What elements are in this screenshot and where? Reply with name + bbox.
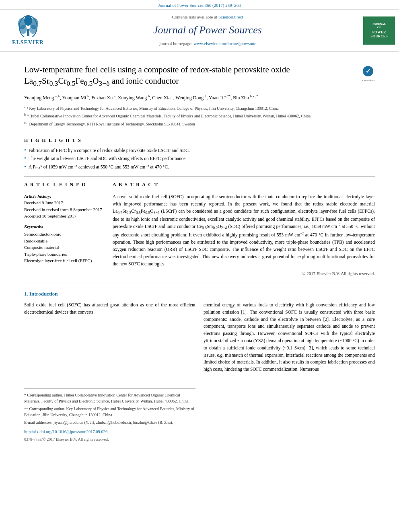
svg-point-6 [29, 25, 37, 34]
power-sources-logo: JOURNAL OF POWER SOURCES [363, 16, 395, 45]
highlight-item-3: • A Pₘₐˣ of 1059 mW cm⁻² achieved at 550… [24, 164, 375, 170]
keyword-2: Redox-stable [24, 238, 105, 244]
journal-title: Journal of Power Sources [153, 23, 262, 37]
elsevier-logo: ELSEVIER [12, 15, 44, 47]
affil-a: a ᵃ Key Laboratory of Physics and Techno… [24, 105, 375, 111]
highlight-bullet-3: • [24, 164, 26, 170]
keywords-label: Keywords: [24, 224, 105, 230]
svg-point-5 [20, 25, 27, 34]
intro-right-text: chemical energy of various fuels to elec… [204, 302, 375, 373]
affil-b: b ᵇ Hubei Collaborative Innovation Cente… [24, 113, 375, 119]
article-history-group: Article history: Received 8 June 2017 Re… [24, 193, 105, 220]
authors-line: Yuanjing Meng a, b, Youquan Mi b, Fuzhan… [24, 94, 375, 102]
copyright-line: © 2017 Elsevier B.V. All rights reserved… [113, 271, 375, 277]
affil-c: c ᶜ Department of Energy Technology, KTH… [24, 121, 375, 127]
abstract-text: A novel solid oxide fuel cell (SOFC) inc… [113, 193, 375, 267]
footnotes: * Corresponding author. Hubei Collaborat… [24, 388, 195, 443]
sciencedirect-line: Contents lists available at ScienceDirec… [172, 14, 243, 20]
abstract-title: A B S T R A C T [113, 181, 375, 190]
doi-link[interactable]: http://dx.doi.org/10.1016/j.jpowsour.201… [24, 429, 195, 435]
accepted-date: Accepted 10 September 2017 [24, 213, 105, 220]
highlights-title: H I G H L I G H T S [24, 137, 375, 144]
body-two-col: Solid oxide fuel cell (SOFC) has attract… [24, 302, 375, 442]
article-title: Low-temperature fuel cells using a compo… [24, 64, 375, 88]
received-revised: Received in revised form 8 September 201… [24, 206, 105, 213]
svg-rect-0 [27, 29, 29, 36]
article-info-col: A R T I C L E I N F O Article history: R… [24, 181, 105, 277]
keyword-1: Semiconductor-ionic [24, 231, 105, 238]
footnote-star2: ** Corresponding author. Key Laboratory … [24, 406, 195, 418]
footer-copyright: 0378-7753/© 2017 Elsevier B.V. All right… [24, 436, 195, 442]
power-sources-logo-area: JOURNAL OF POWER SOURCES [359, 10, 399, 51]
elsevier-tree-icon [16, 15, 40, 37]
svg-point-4 [24, 15, 32, 26]
highlight-item-1: • Fabrication of EFFC by a composite of … [24, 147, 375, 154]
svg-text:✓: ✓ [365, 68, 370, 74]
crossmark-icon: ✓ CrossMark [362, 66, 375, 83]
intro-left-col: Solid oxide fuel cell (SOFC) has attract… [24, 302, 195, 442]
divider-3 [24, 283, 375, 283]
keywords-group: Keywords: Semiconductor-ionic Redox-stab… [24, 224, 105, 264]
keyword-3: Composite material [24, 244, 105, 251]
ps-logo-top-text: JOURNAL OF [372, 23, 386, 29]
footnote-star1: * Corresponding author. Hubei Collaborat… [24, 392, 195, 404]
highlight-bullet-1: • [24, 147, 26, 154]
abstract-col: A B S T R A C T A novel solid oxide fuel… [113, 181, 375, 277]
journal-center-header: Contents lists available at ScienceDirec… [56, 10, 359, 51]
keyword-5: Electrolyte layer-free fuel cell (EFFC) [24, 257, 105, 264]
journal-ref: Journal of Power Sources 366 (2017) 259–… [158, 3, 241, 8]
divider-1 [24, 132, 375, 132]
introduction-section: 1. Introduction Solid oxide fuel cell (S… [24, 290, 375, 443]
ps-logo-bottom-text: POWER SOURCES [370, 30, 388, 39]
journal-homepage-link[interactable]: www.elsevier.com/locate/jpowsour [193, 41, 255, 46]
article-info-abstract: A R T I C L E I N F O Article history: R… [24, 181, 375, 277]
affiliations: a ᵃ Key Laboratory of Physics and Techno… [24, 105, 375, 127]
highlights-section: H I G H L I G H T S • Fabrication of EFF… [24, 137, 375, 170]
intro-heading: 1. Introduction [24, 290, 375, 298]
sciencedirect-link[interactable]: ScienceDirect [218, 14, 243, 19]
journal-homepage: journal homepage: www.elsevier.com/locat… [159, 41, 255, 47]
elsevier-text: ELSEVIER [12, 39, 44, 47]
footnote-emails: E-mail addresses: jiyuan@jlu.edu.cn (Y. … [24, 419, 195, 425]
intro-right-col: chemical energy of various fuels to elec… [204, 302, 375, 442]
article-info-title: A R T I C L E I N F O [24, 181, 105, 190]
main-content: ✓ CrossMark Low-temperature fuel cells u… [0, 52, 399, 451]
header-bar: ELSEVIER Contents lists available at Sci… [0, 9, 399, 51]
journal-header: Journal of Power Sources 366 (2017) 259–… [0, 0, 399, 9]
divider-2 [24, 176, 375, 177]
intro-left-text: Solid oxide fuel cell (SOFC) has attract… [24, 302, 195, 316]
elsevier-logo-area: ELSEVIER [0, 10, 56, 51]
highlight-item-2: • The weight ratio between LSCrF and SDC… [24, 155, 375, 162]
keyword-4: Triple-phase boundaries [24, 251, 105, 258]
received-date: Received 8 June 2017 [24, 199, 105, 206]
highlight-bullet-2: • [24, 155, 26, 162]
history-label: Article history: [24, 193, 105, 199]
